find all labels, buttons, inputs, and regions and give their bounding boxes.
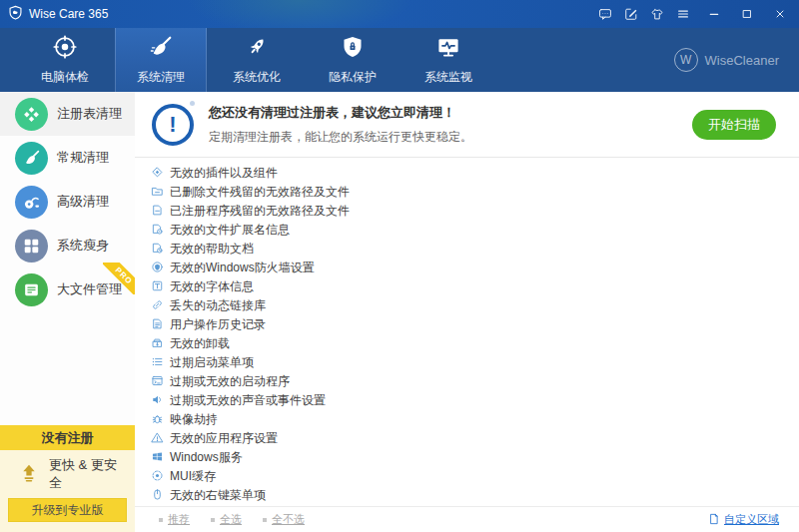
main-panel: ! 您还没有清理过注册表，建议您立即清理！ 定期清理注册表，能让您的系统运行更快… xyxy=(135,92,799,532)
pc-checkup-icon xyxy=(53,35,77,62)
titlebar-buttons xyxy=(598,7,787,21)
list-footer: 推荐全选全不选 自定义区域 xyxy=(135,506,799,532)
bullet-square-icon xyxy=(159,518,163,522)
privacy-protect-icon xyxy=(341,35,365,62)
sidebar-item-big-file[interactable]: 大文件管理PRO xyxy=(0,267,135,311)
system-clean-icon xyxy=(149,35,173,62)
nav-tab-pc-checkup[interactable]: 电脑体检 xyxy=(19,28,111,92)
nav-tab-label: 系统监视 xyxy=(424,69,472,86)
sidebar-item-label: 系统瘦身 xyxy=(57,237,109,255)
scan-item-mui-cache[interactable]: MUI缓存 xyxy=(151,467,799,486)
sidebar-item-label: 常规清理 xyxy=(57,149,109,167)
titlebar: Wise Care 365 xyxy=(0,0,799,28)
close-icon[interactable] xyxy=(773,7,787,21)
footer-link-1[interactable]: 全选 xyxy=(211,512,242,527)
scan-item-label: 过期启动菜单项 xyxy=(170,354,254,371)
sidebar-item-advanced-clean[interactable]: 高级清理 xyxy=(0,180,135,224)
theme-shirt-icon[interactable] xyxy=(650,7,664,21)
help-doc-icon xyxy=(151,242,164,258)
nav-tab-system-tuneup[interactable]: 系统优化 xyxy=(211,28,303,92)
upgrade-pro-button[interactable]: 升级到专业版 xyxy=(8,498,127,522)
menu-icon[interactable] xyxy=(676,7,690,21)
scan-item-folder-remnant[interactable]: 已删除文件残留的无效路径及文件 xyxy=(151,183,799,202)
scan-item-help-doc[interactable]: 无效的帮助文档 xyxy=(151,240,799,259)
scan-item-label: 丢失的动态链接库 xyxy=(170,297,266,314)
scan-item-history[interactable]: 用户操作历史记录 xyxy=(151,315,799,334)
scan-items-list: 无效的插件以及组件已删除文件残留的无效路径及文件已注册程序残留的无效路径及文件无… xyxy=(135,158,799,506)
maximize-icon[interactable] xyxy=(740,7,754,21)
scan-item-context-menu[interactable]: 无效的右键菜单项 xyxy=(151,486,799,505)
custom-region-icon xyxy=(708,513,720,527)
wisecleaner-brand: W WiseCleaner xyxy=(674,48,779,72)
scan-item-dll-link[interactable]: 丢失的动态链接库 xyxy=(151,296,799,315)
scan-item-font[interactable]: 无效的字体信息 xyxy=(151,277,799,296)
wisecleaner-logo-icon: W xyxy=(674,48,698,72)
scan-item-app-settings[interactable]: 无效的应用程序设置 xyxy=(151,429,799,448)
scan-item-firewall[interactable]: 无效的Windows防火墙设置 xyxy=(151,259,799,277)
plugin-icon xyxy=(151,166,164,182)
scan-item-label: Windows服务 xyxy=(170,449,243,466)
file-remnant-icon xyxy=(151,204,164,220)
upgrade-tagline: 更快 & 更安全 xyxy=(49,456,127,492)
app-settings-icon xyxy=(151,431,164,447)
sidebar-item-common-clean[interactable]: 常规清理 xyxy=(0,136,135,180)
uninstall-icon xyxy=(151,336,164,352)
scan-item-label: 无效的帮助文档 xyxy=(170,241,254,258)
scan-item-plugin[interactable]: 无效的插件以及组件 xyxy=(151,164,799,183)
file-extension-icon xyxy=(151,223,164,239)
custom-region-link[interactable]: 自定义区域 xyxy=(708,512,779,527)
sidebar-spacer xyxy=(0,311,135,425)
nav-tab-privacy-protect[interactable]: 隐私保护 xyxy=(307,28,399,92)
bullet-square-icon xyxy=(263,518,267,522)
scan-item-label: 无效的卸载 xyxy=(170,335,230,352)
scan-item-label: 过期或无效的声音或事件设置 xyxy=(170,392,326,409)
footer-link-2[interactable]: 全不选 xyxy=(263,512,305,527)
sidebar-item-label: 注册表清理 xyxy=(57,105,122,123)
scan-item-windows-service[interactable]: Windows服务 xyxy=(151,448,799,467)
sidebar-item-registry-clean[interactable]: 注册表清理 xyxy=(0,92,135,136)
nav-tab-label: 系统优化 xyxy=(233,69,281,86)
scan-item-label: 已删除文件残留的无效路径及文件 xyxy=(170,184,350,201)
scan-item-label: 映像劫持 xyxy=(170,411,218,428)
system-slim-icon xyxy=(15,230,48,263)
up-arrow-icon xyxy=(18,462,40,487)
sidebar-item-label: 高级清理 xyxy=(57,193,109,211)
nav-tab-label: 电脑体检 xyxy=(41,69,89,86)
image-hijack-icon xyxy=(151,412,164,428)
history-icon xyxy=(151,317,164,333)
system-monitor-icon xyxy=(436,35,460,62)
nav-tab-system-monitor[interactable]: 系统监视 xyxy=(402,28,494,92)
scan-item-file-remnant[interactable]: 已注册程序残留的无效路径及文件 xyxy=(151,202,799,221)
scan-item-start-menu[interactable]: 过期启动菜单项 xyxy=(151,353,799,372)
scan-item-startup-program[interactable]: 过期或无效的启动程序 xyxy=(151,372,799,391)
scan-item-image-hijack[interactable]: 映像劫持 xyxy=(151,410,799,429)
firewall-icon xyxy=(151,261,164,276)
advanced-clean-icon xyxy=(15,186,48,219)
feedback-icon[interactable] xyxy=(598,7,612,21)
scan-item-label: 用户操作历史记录 xyxy=(170,316,266,333)
scan-item-label: 无效的右键菜单项 xyxy=(170,487,266,504)
scan-item-label: MUI缓存 xyxy=(170,468,216,485)
windows-service-icon xyxy=(151,450,164,466)
upgrade-panel: 更快 & 更安全 升级到专业版 xyxy=(0,450,135,532)
exclamation-circle-icon: ! xyxy=(148,100,198,150)
scan-item-uninstall[interactable]: 无效的卸载 xyxy=(151,334,799,353)
banner-subtitle: 定期清理注册表，能让您的系统运行更快更稳定。 xyxy=(209,129,692,146)
scan-item-sound-event[interactable]: 过期或无效的声音或事件设置 xyxy=(151,391,799,410)
minimize-icon[interactable] xyxy=(707,7,721,21)
scan-item-file-extension[interactable]: 无效的文件扩展名信息 xyxy=(151,221,799,240)
app-title: Wise Care 365 xyxy=(29,7,108,21)
big-file-icon xyxy=(15,273,48,306)
context-menu-icon xyxy=(151,488,164,504)
nav-tab-label: 隐私保护 xyxy=(329,69,377,86)
start-scan-button[interactable]: 开始扫描 xyxy=(692,110,776,140)
nav-tab-system-clean[interactable]: 系统清理 xyxy=(115,28,207,92)
register-status-banner: 没有注册 xyxy=(0,425,135,450)
scan-item-label: 无效的文件扩展名信息 xyxy=(170,222,290,239)
system-tuneup-icon xyxy=(245,35,269,62)
footer-link-0[interactable]: 推荐 xyxy=(159,512,190,527)
edit-skin-icon[interactable] xyxy=(624,7,638,21)
sidebar-item-system-slim[interactable]: 系统瘦身 xyxy=(0,224,135,267)
font-icon xyxy=(151,279,164,295)
common-clean-icon xyxy=(15,142,48,175)
